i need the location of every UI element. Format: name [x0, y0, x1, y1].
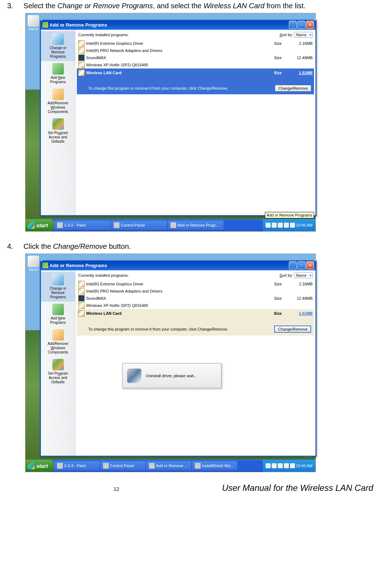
program-icon: [78, 62, 85, 68]
window-title: Add or Remove Programs: [50, 263, 107, 268]
taskbar: start 2-3-3 - Paint Control Panel Add or…: [25, 460, 315, 472]
windows-flag-icon: [28, 222, 35, 229]
change-remove-icon: [52, 274, 64, 285]
system-tray[interactable]: 10:45 AM: [263, 460, 315, 472]
sidebar-item-change-remove[interactable]: Change orRemovePrograms: [41, 31, 75, 61]
system-tray[interactable]: 10:45 AM: [263, 219, 315, 231]
program-details: To change this program or remove it from…: [77, 77, 314, 94]
program-row[interactable]: SoundMAX Size 12.48MB: [77, 295, 314, 302]
desktop-icon-raconfig[interactable]: RaCor: [27, 15, 40, 31]
program-icon: [78, 310, 85, 317]
taskbar: start 2-3-2 - Paint Control Panel Add or…: [25, 219, 315, 231]
program-details: To change this program or remove it from…: [77, 318, 314, 336]
program-row[interactable]: SoundMAX Size 12.48MB: [77, 54, 314, 61]
program-icon: [78, 281, 85, 287]
program-list: Intel(R) Extreme Graphics Driver Size 2.…: [77, 280, 314, 336]
change-remove-icon: [52, 33, 64, 45]
screenshot-step-3: RaCor e Bin Add or Remove Programs _ □ ×: [25, 13, 316, 232]
desktop-icon-raconfig[interactable]: RaCor: [27, 256, 40, 271]
maximize-button[interactable]: □: [298, 21, 305, 29]
tray-icon[interactable]: [290, 463, 295, 468]
program-row[interactable]: Intel(R) Extreme Graphics Driver Size 2.…: [77, 40, 314, 47]
tray-icon[interactable]: [272, 223, 277, 228]
minimize-button[interactable]: _: [289, 261, 297, 269]
program-icon: [78, 54, 85, 61]
sidebar-item-add-new[interactable]: Add NewPrograms: [41, 61, 75, 86]
maximize-button[interactable]: □: [298, 261, 305, 269]
close-button[interactable]: ×: [306, 21, 314, 29]
content-area: Currently installed programs: Sort by: N…: [75, 30, 315, 215]
close-button[interactable]: ×: [306, 261, 314, 269]
sortby-label: Sort by:: [280, 33, 294, 37]
sidebar-item-change-remove[interactable]: Change orRemovePrograms: [41, 272, 75, 302]
sortby-label: Sort by:: [280, 273, 294, 278]
titlebar[interactable]: Add or Remove Programs _ □ ×: [41, 260, 315, 270]
minimize-button[interactable]: _: [289, 21, 297, 29]
sidebar-item-set-defaults[interactable]: Set ProgramAccess andDefaults: [41, 357, 75, 387]
set-defaults-icon: [52, 359, 64, 370]
titlebar[interactable]: Add or Remove Programs _ □ ×: [41, 20, 315, 30]
windows-flag-icon: [28, 462, 35, 469]
tray-icon[interactable]: [278, 463, 283, 468]
change-remove-button[interactable]: Change/Remove: [274, 326, 311, 333]
sidebar: Change orRemovePrograms Add NewPrograms …: [41, 270, 75, 456]
sidebar-item-set-defaults[interactable]: Set ProgramAccess andDefaults: [41, 116, 75, 146]
sidebar-item-windows-components[interactable]: Add/RemoveWindowsComponents: [41, 86, 75, 116]
change-remove-button[interactable]: Change/Remove: [275, 85, 311, 91]
installed-label: Currently installed programs:: [78, 273, 129, 278]
program-row[interactable]: Intel(R) Extreme Graphics Driver Size 2.…: [77, 280, 314, 288]
sortby-dropdown[interactable]: Name: [294, 32, 313, 38]
clock: 10:45 AM: [296, 223, 313, 227]
program-icon: [78, 288, 85, 294]
page-footer: 12 User Manual for the Wireless LAN Card: [7, 483, 377, 497]
taskbar-item-control-panel[interactable]: Control Panel: [100, 461, 145, 470]
tray-icon[interactable]: [284, 463, 289, 468]
program-icon: [78, 302, 85, 309]
tray-icon[interactable]: [266, 223, 271, 228]
program-icon: [78, 40, 85, 47]
add-new-icon: [52, 63, 64, 75]
set-defaults-icon: [52, 118, 64, 130]
taskbar-item-paint[interactable]: 2-3-3 - Paint: [54, 461, 99, 470]
program-row[interactable]: Windows XP Hotfix (SP2) Q815485: [77, 61, 314, 68]
sidebar-item-add-new[interactable]: Add NewPrograms: [41, 302, 75, 327]
window-title: Add or Remove Programs: [50, 22, 107, 28]
uninstall-message: Uninstall driver, please wait...: [146, 374, 197, 378]
sidebar-item-windows-components[interactable]: Add/RemoveWindowsComponents: [41, 327, 75, 357]
program-icon: [78, 295, 85, 302]
program-row-selected[interactable]: Wireless LAN Card Size 1.51MB: [77, 309, 314, 318]
taskbar-item-paint[interactable]: 2-3-2 - Paint: [54, 220, 110, 230]
taskbar-item-add-remove[interactable]: Add or Remove Progr...: [168, 220, 224, 230]
program-row-selected[interactable]: Wireless LAN Card Size 1.51MB: [77, 68, 314, 77]
program-row[interactable]: Windows XP Hotfix (SP2) Q815485: [77, 302, 314, 309]
installshield-icon: [127, 369, 141, 383]
step-4-text: 4. Click the Change/Remove button.: [7, 242, 377, 251]
page-number: 12: [114, 486, 120, 492]
uninstall-dialog: Uninstall driver, please wait...: [122, 363, 221, 388]
taskbar-item-control-panel[interactable]: Control Panel: [111, 220, 167, 230]
taskbar-item-add-remove[interactable]: Add or Remove ...: [146, 461, 191, 470]
clock: 10:45 AM: [296, 464, 313, 468]
taskbar-item-installshield[interactable]: InstallShield Wiz...: [192, 461, 237, 470]
tray-icon[interactable]: [278, 223, 283, 228]
tray-icon[interactable]: [266, 463, 271, 468]
program-icon: [78, 70, 85, 76]
sidebar: Change orRemovePrograms Add NewPrograms …: [41, 30, 75, 215]
installed-label: Currently installed programs:: [78, 33, 129, 37]
sortby-dropdown[interactable]: Name: [294, 272, 313, 278]
app-icon: [42, 22, 48, 28]
start-button[interactable]: start: [25, 460, 54, 472]
program-row[interactable]: Intel(R) PRO Network Adapters and Driver…: [77, 288, 314, 295]
windows-components-icon: [52, 329, 64, 341]
tray-icon[interactable]: [272, 463, 277, 468]
manual-title: User Manual for the Wireless LAN Card: [222, 483, 373, 493]
program-icon: [78, 47, 85, 54]
start-button[interactable]: start: [25, 219, 54, 231]
program-row[interactable]: Intel(R) PRO Network Adapters and Driver…: [77, 47, 314, 54]
windows-components-icon: [52, 89, 64, 100]
tray-icon[interactable]: [290, 223, 295, 228]
tray-icon[interactable]: [284, 223, 289, 228]
screenshot-step-4: RaCor e Bin Add or Remove Programs _ □ ×: [25, 253, 316, 472]
add-remove-programs-window: Add or Remove Programs _ □ × Change orRe…: [40, 20, 317, 216]
add-new-icon: [52, 304, 64, 315]
